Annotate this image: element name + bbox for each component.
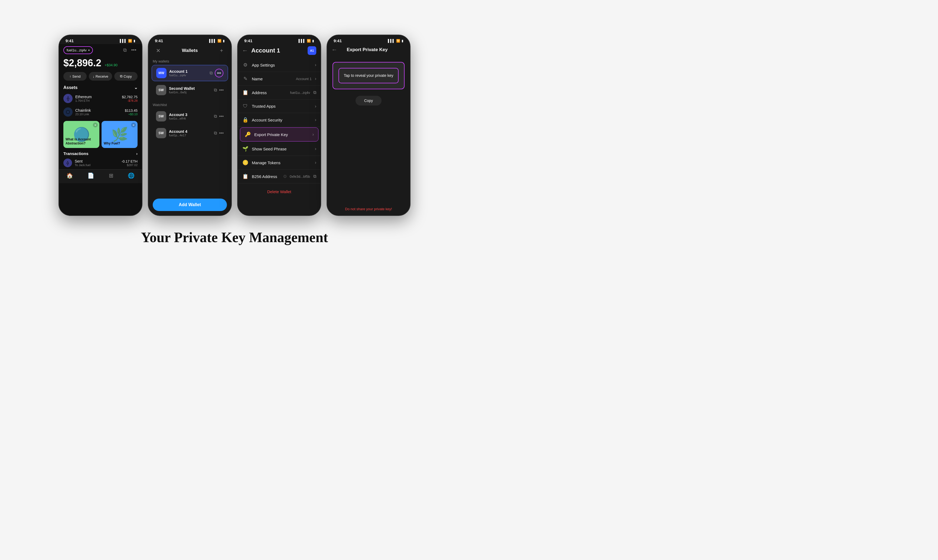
copy-wallet-icon-1[interactable]: ⧉ — [210, 71, 213, 75]
more-wallet-icon-3[interactable]: ••• — [219, 114, 224, 119]
wallet-more-button-1[interactable]: ••• — [215, 69, 224, 77]
link-change: +$3.10 — [125, 112, 137, 116]
add-wallet-icon-button[interactable]: + — [217, 46, 226, 55]
tx-sent-name: Sent — [75, 159, 119, 163]
wallet-info-2: Second Wallet fuel1m...6w5j — [169, 86, 211, 94]
trusted-apps-icon: 🛡 — [242, 103, 248, 109]
screens-container: 9:41 ▌▌▌ 🛜 ▮ fuel1u...zq4v ▾ ⧉ ••• $2,89… — [59, 35, 410, 216]
seed-icon: 🌱 — [242, 146, 248, 152]
menu-account-security[interactable]: 🔒 Account Security › — [238, 113, 321, 127]
phone-account-settings: 9:41 ▌▌▌ 🛜 ▮ ← Account 1 A1 ⚙ App Settin… — [237, 35, 321, 216]
delete-wallet-button[interactable]: Delete Wallet — [238, 186, 321, 198]
promo-card-fuel[interactable]: ✕ 🌿 Why Fuel? — [102, 121, 137, 148]
nav-apps[interactable]: ⊞ — [109, 172, 113, 179]
wallet-addr-1: fuel1u...zq4v — [169, 74, 207, 77]
wallet-account4[interactable]: SW Account 4 fuel1p...4e17 ⧉ ••• — [152, 125, 228, 141]
more-wallet-icon-4[interactable]: ••• — [219, 131, 224, 135]
add-wallet-button[interactable]: Add Wallet — [153, 198, 227, 211]
send-label: Send — [72, 74, 80, 78]
menu-b256-address[interactable]: 📋 B256 Address ⓘ 0xfe3d...bf5b ⧉ — [238, 170, 321, 183]
name-icon: ✎ — [242, 76, 248, 82]
tx-sent-info: Sent To Jack.fuel — [75, 159, 119, 167]
account-pill[interactable]: fuel1u...zq4v ▾ — [63, 46, 93, 54]
copy-account-button[interactable]: ⧉ — [121, 46, 129, 54]
menu-chevron-1: › — [315, 63, 316, 68]
copy-wallet-icon-3[interactable]: ⧉ — [214, 114, 217, 119]
menu-chevron-9: ⧉ — [313, 174, 316, 179]
menu-export-private-key[interactable]: 🔑 Export Private Key › — [240, 128, 318, 142]
menu-name-label: Name — [252, 77, 293, 81]
key-icon: 🔑 — [245, 131, 251, 137]
menu-manage-tokens[interactable]: 🪙 Manage Tokens › — [238, 156, 321, 170]
account-address: fuel1u...zq4v — [66, 48, 86, 52]
battery-icon-3: ▮ — [312, 39, 314, 43]
wallet-info-1: Account 1 fuel1u...zq4v — [169, 69, 207, 77]
reveal-private-key-button[interactable]: Tap to reveal your private key — [333, 62, 404, 89]
menu-chevron-2: › — [315, 76, 316, 81]
wallet-account1[interactable]: MW Account 1 fuel1u...zq4v ⧉ ••• — [152, 65, 228, 81]
phone-wallets: 9:41 ▌▌▌ 🛜 ▮ ✕ Wallets + My wallets MW A… — [148, 35, 232, 216]
status-bar-3: 9:41 ▌▌▌ 🛜 ▮ — [238, 35, 321, 44]
status-time-3: 9:41 — [244, 38, 252, 43]
menu-app-settings-label: App Settings — [252, 63, 312, 68]
eth-icon: ⟠ — [63, 94, 73, 103]
wifi-icon-4: 🛜 — [396, 39, 400, 43]
wallet-addr-2: fuel1m...6w5j — [169, 91, 211, 94]
menu-seed-phrase[interactable]: 🌱 Show Seed Phrase › — [238, 142, 321, 156]
promo-cards: ✕ 🔵 What is Account Abstraction? ✕ 🌿 Why… — [59, 119, 142, 150]
tx-sent[interactable]: ⟠ Sent To Jack.fuel -0.17 ETH $287.02 — [63, 157, 137, 168]
nav-browser[interactable]: 🌐 — [128, 172, 134, 179]
menu-app-settings[interactable]: ⚙ App Settings › — [238, 58, 321, 72]
wallet-avatar-mw: MW — [156, 68, 167, 78]
tx-chevron-icon: › — [136, 151, 137, 156]
wallet-name-2: Second Wallet — [169, 86, 211, 91]
asset-ethereum[interactable]: ⟠ Ethereum 1.764 ETH $2,782.75 -$78.28 — [59, 92, 142, 105]
receive-icon: ↓ — [93, 74, 94, 78]
my-wallets-label: My wallets — [148, 58, 231, 65]
link-name: Chainlink — [75, 108, 122, 112]
status-bar-2: 9:41 ▌▌▌ 🛜 ▮ — [148, 35, 231, 44]
export-header: ← Export Private Key — [327, 44, 410, 57]
wallet-account3[interactable]: SW Account 3 fuel1o...eR4t ⧉ ••• — [152, 108, 228, 124]
send-icon: ↑ — [69, 74, 71, 78]
back-button[interactable]: ← — [242, 47, 248, 54]
copy-wallet-icon-2[interactable]: ⧉ — [214, 88, 217, 92]
promo-card-abstraction[interactable]: ✕ 🔵 What is Account Abstraction? — [63, 121, 99, 148]
wallet-actions-1: ⧉ ••• — [210, 69, 224, 77]
wallets-header: ✕ Wallets + — [148, 44, 231, 58]
menu-name[interactable]: ✎ Name Account 1 › — [238, 72, 321, 86]
close-wallets-button[interactable]: ✕ — [154, 46, 162, 55]
menu-name-value: Account 1 — [296, 77, 312, 81]
export-key-screen: ← Export Private Key Tap to reveal your … — [327, 44, 410, 215]
menu-trusted-apps[interactable]: 🛡 Trusted Apps › — [238, 100, 321, 113]
status-icons-3: ▌▌▌ 🛜 ▮ — [298, 39, 314, 43]
export-back-button[interactable]: ← — [332, 46, 337, 53]
nav-home[interactable]: 🏠 — [66, 172, 73, 179]
wifi-icon-3: 🛜 — [307, 39, 311, 43]
more-options-button[interactable]: ••• — [130, 46, 137, 54]
wallet-second[interactable]: SW Second Wallet fuel1m...6w5j ⧉ ••• — [152, 82, 228, 98]
page-heading: Your Private Key Management — [141, 229, 328, 245]
menu-manage-tokens-label: Manage Tokens — [252, 160, 312, 165]
menu-chevron-8: › — [315, 160, 316, 165]
receive-button[interactable]: ↓ Receive — [89, 72, 112, 81]
reveal-key-text: Tap to reveal your private key — [344, 73, 393, 78]
battery-icon-1: ▮ — [134, 39, 136, 43]
account-avatar: A1 — [308, 46, 316, 55]
status-time-1: 9:41 — [66, 38, 74, 43]
card2-text: Why Fuel? — [104, 142, 120, 146]
copy-wallet-icon-4[interactable]: ⧉ — [214, 131, 217, 135]
asset-chainlink[interactable]: ⬡ Chainlink 23.10 Link $113.45 +$3.10 — [59, 105, 142, 119]
copy-button[interactable]: ⧉ Copy — [114, 72, 137, 81]
send-button[interactable]: ↑ Send — [63, 72, 86, 81]
wallets-title: Wallets — [182, 48, 198, 53]
eth-info: Ethereum 1.764 ETH — [75, 95, 119, 102]
eth-value: $2,782.75 -$78.28 — [122, 95, 137, 102]
more-wallet-icon-2[interactable]: ••• — [219, 88, 224, 92]
tx-sent-value: -0.17 ETH $287.02 — [122, 159, 137, 167]
copy-key-button[interactable]: Copy — [356, 96, 382, 106]
nav-activity[interactable]: 📄 — [88, 172, 94, 179]
home-screen: fuel1u...zq4v ▾ ⧉ ••• $2,896.2 +$34.90 ↑… — [59, 44, 142, 215]
eth-amount: 1.764 ETH — [75, 99, 119, 102]
menu-address[interactable]: 📋 Address fuel1u...zq4v ⧉ — [238, 86, 321, 100]
